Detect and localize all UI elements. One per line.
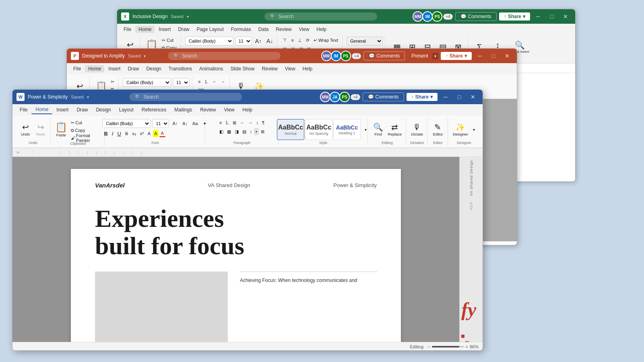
word-para-marks-btn[interactable]: ¶: [260, 119, 266, 126]
ppt-menu-review[interactable]: Review: [258, 65, 281, 72]
word-menu-file[interactable]: File: [16, 106, 31, 114]
word-sub-btn[interactable]: x₂: [130, 130, 138, 137]
excel-menu-file[interactable]: File: [120, 26, 134, 33]
excel-text-angle-btn[interactable]: ⟳: [304, 37, 311, 44]
word-redo-btn[interactable]: ↪ Redo: [33, 119, 48, 140]
word-shrink-font-btn[interactable]: A↓: [181, 120, 189, 127]
word-minimize-btn[interactable]: ─: [440, 91, 451, 103]
word-menu-layout[interactable]: Layout: [115, 106, 138, 114]
ppt-menu-file[interactable]: File: [70, 65, 84, 72]
word-grow-font-btn[interactable]: A↑: [171, 120, 179, 127]
excel-menu-review[interactable]: Review: [272, 26, 295, 33]
ppt-maximize-btn[interactable]: □: [488, 50, 499, 62]
ppt-search-box[interactable]: 🔍 Search: [168, 52, 281, 60]
word-text-highlight-btn[interactable]: A: [153, 130, 158, 137]
word-multilevel-btn[interactable]: ⊞: [231, 119, 238, 126]
word-menu-mailings[interactable]: Mailings: [170, 106, 196, 114]
ppt-font-select[interactable]: Calibri (Body): [123, 78, 171, 87]
word-menu-view[interactable]: View: [220, 106, 239, 114]
word-align-right-btn[interactable]: ◨: [233, 128, 240, 135]
excel-align-mid-btn[interactable]: ≡: [289, 37, 295, 44]
ppt-minimize-btn[interactable]: ─: [474, 50, 485, 62]
word-strike-btn[interactable]: S: [124, 130, 130, 137]
word-format-painter-btn[interactable]: 🖌Format Painter: [69, 134, 102, 142]
excel-menu-pagelayout[interactable]: Page Layout: [193, 26, 227, 33]
ppt-cut-btn[interactable]: ✂: [109, 78, 116, 85]
word-font-select[interactable]: Calibri (Body): [102, 119, 151, 128]
word-paste-btn[interactable]: 📋 Paste: [54, 119, 68, 140]
excel-number-format-select[interactable]: General: [347, 37, 383, 45]
ppt-present-chevron[interactable]: ▾: [432, 53, 438, 60]
ppt-menu-transitions[interactable]: Transitions: [165, 65, 195, 72]
word-maximize-btn[interactable]: □: [454, 91, 465, 103]
excel-minimize-btn[interactable]: ─: [533, 11, 544, 22]
excel-font-select[interactable]: Calibri (Body): [185, 37, 233, 45]
word-align-cen-btn[interactable]: ▦: [225, 128, 233, 135]
excel-align-bot-btn[interactable]: ⊥: [296, 37, 303, 44]
excel-wrap-text-btn[interactable]: ↵ Wrap Text: [312, 37, 340, 44]
ppt-indent-inc-btn[interactable]: →: [219, 78, 227, 85]
excel-close-btn[interactable]: ✕: [560, 11, 571, 22]
word-underline-btn[interactable]: U: [116, 130, 122, 137]
word-dec-indent-btn[interactable]: ←: [238, 119, 246, 126]
word-menu-references[interactable]: References: [138, 106, 170, 114]
word-menu-review[interactable]: Review: [196, 106, 220, 114]
excel-menu-data[interactable]: Data: [255, 26, 272, 33]
excel-shrink-font-btn[interactable]: A↓: [265, 37, 275, 45]
ppt-menu-view[interactable]: View: [282, 65, 299, 72]
ppt-size-select[interactable]: 11: [173, 78, 190, 87]
word-menu-insert[interactable]: Insert: [52, 106, 72, 114]
word-italic-btn[interactable]: I: [110, 130, 115, 137]
ppt-menu-slideshow[interactable]: Slide Show: [227, 65, 258, 72]
word-borders-btn[interactable]: ⊞: [259, 128, 266, 135]
word-bullets-btn[interactable]: ≡: [218, 119, 223, 126]
word-doc-scroll[interactable]: VanArsdel VA Shared Design Power & Simpl…: [12, 157, 459, 342]
word-numlist-btn[interactable]: 1.: [224, 119, 231, 126]
excel-grow-font-btn[interactable]: A↑: [254, 37, 263, 45]
ppt-close-btn[interactable]: ✕: [502, 50, 513, 62]
word-sup-btn[interactable]: x²: [138, 130, 145, 137]
word-menu-design[interactable]: Design: [92, 106, 115, 114]
word-change-case-btn[interactable]: Aa: [191, 120, 199, 127]
word-close-btn[interactable]: ✕: [467, 91, 479, 103]
word-share-btn[interactable]: ↑ Share ▾: [407, 93, 438, 101]
word-text-effects-btn[interactable]: A: [146, 130, 152, 137]
word-zoom-control[interactable]: − + 86%: [427, 344, 479, 349]
ppt-menu-help[interactable]: Help: [299, 65, 316, 72]
word-menu-home[interactable]: Home: [31, 105, 52, 114]
word-designer-more-btn[interactable]: ▾: [471, 119, 477, 140]
excel-menu-home[interactable]: Home: [135, 26, 155, 33]
word-bold-btn[interactable]: B: [102, 130, 109, 137]
excel-search-box[interactable]: 🔍 Search: [264, 12, 377, 21]
ppt-indent-dec-btn[interactable]: ←: [211, 78, 219, 85]
excel-cut-btn[interactable]: ✂ Cut: [160, 37, 178, 44]
ppt-comments-btn[interactable]: 💬 Comments: [363, 51, 405, 60]
word-designer-btn[interactable]: ✨ Designer: [451, 119, 470, 140]
word-font-color-btn[interactable]: A: [159, 130, 165, 137]
excel-share-btn[interactable]: ↑ Share ▾: [499, 12, 530, 21]
excel-comments-btn[interactable]: 💬 Comments: [455, 12, 497, 21]
word-menu-draw[interactable]: Draw: [72, 106, 92, 114]
excel-menu-help[interactable]: Help: [313, 26, 330, 33]
excel-align-top-btn[interactable]: ⊤: [281, 37, 289, 44]
word-shading-btn[interactable]: ▪: [254, 128, 259, 135]
excel-size-select[interactable]: 11: [235, 37, 252, 45]
word-size-select[interactable]: 11: [152, 119, 169, 128]
word-editor-btn[interactable]: ✎ Editor: [431, 119, 445, 140]
word-search-box[interactable]: 🔍 Search: [129, 93, 242, 101]
ppt-num-list-btn[interactable]: 1.: [203, 78, 210, 85]
ppt-bullet-btn[interactable]: ≡: [196, 78, 202, 85]
ppt-menu-draw[interactable]: Draw: [124, 65, 142, 72]
word-style-nospacing[interactable]: AaBbCc No Spacing: [305, 119, 332, 140]
ppt-menu-insert[interactable]: Insert: [105, 65, 124, 72]
ppt-menu-animations[interactable]: Animations: [196, 65, 226, 72]
word-replace-btn[interactable]: ⇄ Replace: [386, 119, 404, 140]
ppt-share-btn[interactable]: ↑ Share ▾: [441, 52, 472, 60]
excel-maximize-btn[interactable]: □: [546, 11, 557, 22]
word-style-normal[interactable]: AaBbCc Normal: [277, 119, 304, 140]
word-comments-btn[interactable]: 💬 Comments: [363, 93, 404, 101]
word-justify-btn[interactable]: ▤: [241, 128, 248, 135]
word-inc-indent-btn[interactable]: →: [246, 119, 254, 126]
word-find-btn[interactable]: 🔍 Find: [371, 119, 386, 140]
excel-menu-insert[interactable]: Insert: [155, 26, 174, 33]
